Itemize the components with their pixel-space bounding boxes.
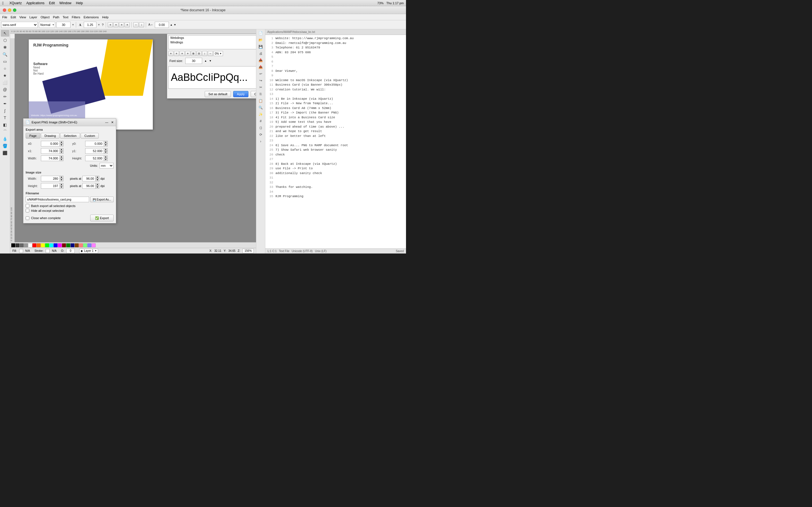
hide-except-checkbox[interactable] [26, 209, 29, 212]
width-up[interactable]: ▲ [59, 156, 63, 158]
r-btn-import[interactable]: 📥 [257, 57, 265, 64]
tool-eraser[interactable]: ⬛ [1, 150, 9, 156]
swatch-periwinkle[interactable] [87, 243, 91, 247]
img-h-dpi-down[interactable]: ▼ [95, 186, 99, 189]
swatch-orange[interactable] [37, 243, 41, 247]
x1-up[interactable]: ▲ [59, 148, 63, 151]
tool-circle[interactable]: ○ [1, 65, 9, 72]
y1-down[interactable]: ▼ [104, 151, 108, 154]
swatch-cyan[interactable] [49, 243, 53, 247]
swatch-green[interactable] [45, 243, 49, 247]
menu-path[interactable]: Path [53, 15, 59, 19]
swatch-maroon[interactable] [62, 243, 66, 247]
text-editor[interactable]: 1 Website: https://www.rjmprogramming.co… [265, 35, 406, 248]
img-dpi-up[interactable]: ▲ [95, 176, 99, 179]
fmt-align-left[interactable]: ≡ [168, 51, 173, 56]
menu-filters[interactable]: Filters [72, 15, 80, 19]
apply-button[interactable]: Apply [233, 91, 248, 97]
fmt-spacing[interactable]: ↕ [202, 51, 207, 56]
width-down[interactable]: ▼ [59, 158, 63, 161]
swatch-blue[interactable] [54, 243, 57, 247]
font-size-spinner-up[interactable]: ▲ [204, 59, 207, 62]
tab-drawing[interactable]: Drawing [41, 133, 59, 138]
tool-spiral[interactable]: @ [1, 86, 9, 93]
font-list[interactable]: Webdings Windings [168, 35, 256, 49]
fmt-indent-in[interactable]: ⊞ [191, 51, 196, 56]
height-up[interactable]: ▲ [104, 156, 108, 158]
applications-menu[interactable]: Applications [26, 1, 45, 5]
fmt-spacing2[interactable]: ↔ [208, 51, 213, 56]
swatch-white[interactable] [28, 243, 32, 247]
tool-pen[interactable]: ✒ [1, 100, 9, 107]
img-height-up[interactable]: ▲ [59, 183, 63, 186]
font-list-item-windings[interactable]: Windings [168, 40, 256, 45]
font-style-dropdown-icon[interactable]: ▼ [51, 23, 55, 26]
font-size-input[interactable] [56, 22, 70, 28]
help-menu[interactable]: Help [76, 1, 83, 5]
r-btn-undo[interactable]: ↩ [257, 70, 265, 77]
r-btn-effect[interactable]: ✨ [257, 111, 265, 118]
close-button[interactable]: Close [251, 91, 256, 97]
question-icon[interactable]: ? [101, 23, 104, 26]
r-btn-new[interactable]: 📄 [257, 30, 265, 37]
export-dialog-minimize[interactable]: — [105, 121, 108, 124]
tool-tweak[interactable]: ❃ [1, 44, 9, 51]
rotation-down-icon[interactable]: ▼ [174, 23, 176, 26]
set-default-button[interactable]: Set as default [205, 91, 231, 97]
swatch-navy[interactable] [70, 243, 74, 247]
font-size-spinner-down[interactable]: ▼ [209, 59, 212, 62]
r-btn-paste[interactable]: 📋 [257, 98, 265, 104]
text-dir-h-btn[interactable]: ↔ [133, 22, 139, 27]
layer-dropdown-icon[interactable]: ▼ [95, 249, 97, 252]
font-list-item-webdings[interactable]: Webdings [168, 36, 256, 40]
r-btn-export[interactable]: 📤 [257, 64, 265, 70]
menu-edit[interactable]: Edit [11, 15, 16, 19]
tab-page[interactable]: Page [26, 133, 40, 138]
r-btn-open[interactable]: 📂 [257, 37, 265, 43]
fmt-indent-out[interactable]: ⊟ [197, 51, 202, 56]
opacity-input[interactable] [66, 249, 75, 253]
window-menu[interactable]: Window [59, 1, 71, 5]
fill-swatch[interactable] [19, 249, 23, 253]
line-height-dropdown-icon[interactable]: ▼ [98, 23, 100, 26]
swatch-yellow[interactable] [41, 243, 45, 247]
swatch-magenta[interactable] [58, 243, 62, 247]
tool-gradient[interactable]: ◧ [1, 121, 9, 128]
x1-down[interactable]: ▼ [59, 151, 63, 154]
r-btn-expand[interactable]: › [257, 138, 265, 145]
tool-text[interactable]: T [1, 114, 9, 121]
font-family-select[interactable]: sans-serif [1, 22, 38, 28]
font-size-field[interactable] [185, 58, 202, 64]
export-as-button[interactable]: 💾 Export As... [90, 196, 114, 202]
swatch-black[interactable] [11, 243, 15, 247]
export-dialog-close[interactable]: ✕ [111, 121, 114, 124]
r-btn-transform[interactable]: ⟳ [257, 131, 265, 138]
batch-export-checkbox[interactable] [26, 204, 29, 208]
menu-file[interactable]: File [2, 15, 7, 19]
tool-zoom[interactable]: 🔍 [1, 51, 9, 58]
swatch-gray[interactable] [20, 243, 24, 247]
swatch-lightgreen[interactable] [83, 243, 87, 247]
align-right-btn[interactable]: ≡ [119, 22, 124, 27]
fmt-align-right[interactable]: ≡ [180, 51, 185, 56]
r-btn-xml[interactable]: ⟨⟩ [257, 124, 265, 131]
maximize-button[interactable] [13, 8, 16, 12]
menu-extensions[interactable]: Extensions [84, 15, 99, 19]
x0-down[interactable]: ▼ [59, 144, 63, 147]
y0-down[interactable]: ▼ [104, 144, 108, 147]
filename-input[interactable] [26, 196, 89, 202]
menu-view[interactable]: View [19, 15, 26, 19]
edit-menu[interactable]: Edit [49, 1, 55, 5]
text-dir-v-btn[interactable]: ↕ [139, 22, 144, 27]
apple-menu[interactable]:  [2, 1, 4, 5]
rotation-input[interactable] [155, 22, 169, 28]
r-btn-redo[interactable]: ↪ [257, 77, 265, 84]
close-when-complete-checkbox[interactable] [26, 216, 29, 220]
export-button[interactable]: ✅ Export [90, 215, 114, 221]
img-width-down[interactable]: ▼ [59, 179, 63, 181]
img-height-down[interactable]: ▼ [59, 186, 63, 189]
align-center-btn[interactable]: ≡ [113, 22, 118, 27]
img-h-dpi-up[interactable]: ▲ [95, 183, 99, 186]
height-down[interactable]: ▼ [104, 158, 108, 161]
xquartz-menu[interactable]: XQuartz [9, 1, 22, 5]
